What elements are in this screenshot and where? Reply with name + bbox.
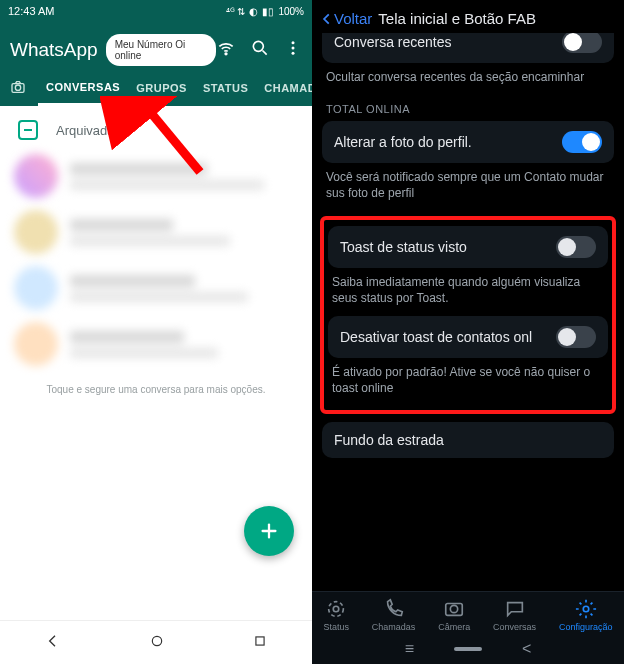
wifi-header-icon[interactable] bbox=[216, 38, 236, 62]
status-bar: 12:43 AM ⁴ᴳ ⇅ ◐ ▮▯ 100% bbox=[0, 0, 312, 22]
whatsapp-screen: 12:43 AM ⁴ᴳ ⇅ ◐ ▮▯ 100% WhatsApp Meu Núm… bbox=[0, 0, 312, 664]
tab-status[interactable]: STATUS bbox=[195, 72, 256, 104]
svg-rect-11 bbox=[256, 636, 264, 644]
chat-list: Arquivadas Toque e segure uma conversa p… bbox=[0, 106, 312, 620]
svg-point-10 bbox=[152, 636, 161, 645]
nav-status[interactable]: Status bbox=[323, 598, 349, 632]
whatsapp-header: WhatsApp Meu Número Oi online bbox=[0, 22, 312, 70]
toggle-toast-status[interactable] bbox=[556, 236, 596, 258]
more-icon[interactable] bbox=[284, 38, 302, 62]
nav-recent-icon[interactable]: ≡ bbox=[405, 640, 414, 658]
status-time: 12:43 AM bbox=[8, 5, 54, 17]
row-hide-recent[interactable]: Conversa recentes bbox=[322, 33, 614, 63]
nav-home-icon[interactable] bbox=[150, 634, 164, 652]
row-toast-online[interactable]: Desativar toast de contatos onl bbox=[328, 316, 608, 358]
archived-row[interactable]: Arquivadas bbox=[0, 112, 312, 148]
chat-item[interactable] bbox=[0, 204, 312, 260]
settings-header: Voltar Tela inicial e Botão FAB bbox=[312, 0, 624, 33]
row-label: Conversa recentes bbox=[334, 34, 562, 50]
battery-icon: ▮▯ bbox=[262, 6, 274, 17]
chat-item[interactable] bbox=[0, 148, 312, 204]
nav-conversas[interactable]: Conversas bbox=[493, 598, 536, 632]
settings-body: Conversa recentes Ocultar conversa recen… bbox=[312, 33, 624, 591]
status-icon bbox=[325, 598, 347, 620]
row-label: Fundo da estrada bbox=[334, 432, 602, 448]
settings-screen: Voltar Tela inicial e Botão FAB Conversa… bbox=[312, 0, 624, 664]
online-pill[interactable]: Meu Número Oi online bbox=[106, 34, 216, 66]
highlight-annotation: Toast de status visto Saiba imediatament… bbox=[320, 216, 616, 415]
network-icon: ⁴ᴳ ⇅ bbox=[226, 6, 246, 17]
svg-point-5 bbox=[292, 52, 295, 55]
nav-config[interactable]: Configuração bbox=[559, 598, 613, 632]
svg-point-1 bbox=[253, 41, 263, 51]
list-hint: Toque e segure uma conversa para mais op… bbox=[0, 372, 312, 395]
avatar bbox=[14, 154, 58, 198]
row-profile-photo[interactable]: Alterar a foto do perfil. bbox=[322, 121, 614, 163]
tab-chamadas[interactable]: CHAMADAS bbox=[256, 72, 312, 104]
android-nav-dark: ≡ < bbox=[312, 634, 624, 664]
gear-icon bbox=[575, 598, 597, 620]
section-total-online: TOTAL ONLINA bbox=[322, 95, 614, 121]
back-label: Voltar bbox=[334, 10, 372, 27]
nav-chamadas[interactable]: Chamadas bbox=[372, 598, 416, 632]
avatar bbox=[14, 266, 58, 310]
camera-icon bbox=[443, 598, 465, 620]
svg-point-17 bbox=[451, 605, 458, 612]
svg-point-15 bbox=[333, 606, 339, 612]
nav-home-icon[interactable] bbox=[454, 640, 482, 658]
avatar bbox=[14, 210, 58, 254]
row-sub: Você será notificado sempre que um Conta… bbox=[322, 169, 614, 211]
nav-camera[interactable]: Câmera bbox=[438, 598, 470, 632]
row-label: Toast de status visto bbox=[340, 239, 556, 255]
svg-point-4 bbox=[292, 47, 295, 50]
svg-point-18 bbox=[583, 606, 589, 612]
chat-item[interactable] bbox=[0, 316, 312, 372]
search-icon[interactable] bbox=[250, 38, 270, 62]
nav-back-icon[interactable] bbox=[45, 633, 61, 653]
app-title: WhatsApp bbox=[10, 39, 98, 61]
row-label: Desativar toast de contatos onl bbox=[340, 329, 556, 345]
svg-point-7 bbox=[15, 85, 20, 90]
archive-icon bbox=[18, 120, 38, 140]
status-indicators: ⁴ᴳ ⇅ ◐ ▮▯ 100% bbox=[226, 6, 304, 17]
chat-icon bbox=[504, 598, 526, 620]
row-label: Alterar a foto do perfil. bbox=[334, 134, 562, 150]
avatar bbox=[14, 322, 58, 366]
back-button[interactable]: Voltar bbox=[320, 10, 372, 27]
svg-rect-19 bbox=[454, 647, 482, 651]
battery-text: 100% bbox=[278, 6, 304, 17]
tab-conversas[interactable]: CONVERSAS bbox=[38, 71, 128, 106]
toggle-hide-recent[interactable] bbox=[562, 33, 602, 53]
fab-new-chat[interactable] bbox=[244, 506, 294, 556]
row-sub: É ativado por padrão! Ative se você não … bbox=[328, 364, 608, 406]
row-toast-status[interactable]: Toast de status visto bbox=[328, 226, 608, 268]
android-nav bbox=[0, 620, 312, 664]
nav-recent-icon[interactable] bbox=[253, 634, 267, 652]
tab-camera[interactable] bbox=[0, 70, 38, 106]
svg-line-2 bbox=[263, 51, 267, 55]
settings-title: Tela inicial e Botão FAB bbox=[378, 10, 536, 27]
whatsapp-tabs: CONVERSAS GRUPOS STATUS CHAMADAS bbox=[0, 70, 312, 106]
row-sub: Saiba imediatamente quando alguém visual… bbox=[328, 274, 608, 316]
row-road-background[interactable]: Fundo da estrada bbox=[322, 422, 614, 458]
toggle-toast-online[interactable] bbox=[556, 326, 596, 348]
svg-point-3 bbox=[292, 41, 295, 44]
chat-item[interactable] bbox=[0, 260, 312, 316]
tab-grupos[interactable]: GRUPOS bbox=[128, 72, 195, 104]
svg-point-0 bbox=[225, 53, 227, 55]
svg-point-14 bbox=[329, 602, 344, 617]
wifi-icon: ◐ bbox=[249, 6, 258, 17]
phone-icon bbox=[383, 598, 405, 620]
nav-back-icon[interactable]: < bbox=[522, 640, 531, 658]
bottom-nav: Status Chamadas Câmera Conversas Configu… bbox=[312, 591, 624, 634]
row-sub: Ocultar conversa recentes da seção encam… bbox=[322, 69, 614, 95]
archived-label: Arquivadas bbox=[56, 123, 121, 138]
toggle-profile-photo[interactable] bbox=[562, 131, 602, 153]
